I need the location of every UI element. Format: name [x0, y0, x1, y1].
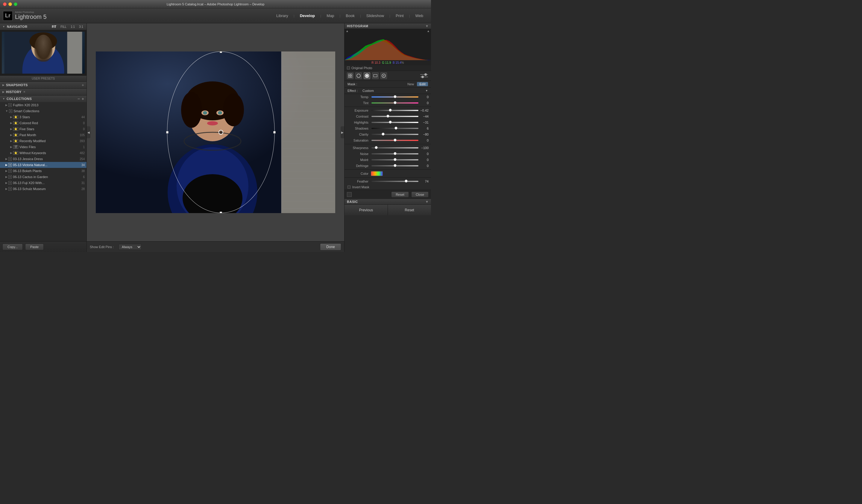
tint-track[interactable]	[371, 102, 418, 104]
noise-thumb[interactable]	[394, 152, 396, 155]
collection-jessica-arrow[interactable]: ▶	[5, 157, 8, 160]
collection-video-files-arrow[interactable]: ▶	[10, 145, 12, 148]
nav-web[interactable]: Web	[410, 9, 428, 23]
saturation-thumb[interactable]	[394, 138, 396, 142]
collection-past-month-arrow[interactable]: ▶	[10, 133, 12, 136]
paste-button[interactable]: Paste	[25, 243, 44, 250]
moire-thumb[interactable]	[394, 158, 396, 161]
right-panel-collapse-arrow[interactable]: ▶	[341, 126, 344, 138]
collections-header[interactable]: ▼ Collections − +	[0, 95, 87, 102]
original-photo-checkbox[interactable]	[347, 66, 350, 69]
collections-add-button[interactable]: +	[82, 96, 84, 101]
feather-thumb[interactable]	[405, 180, 408, 183]
collection-colored-red-arrow[interactable]: ▶	[10, 121, 12, 124]
nav-develop[interactable]: Develop	[295, 9, 320, 23]
collection-without-keywords[interactable]: ▶ ⭐ Without Keywords 482	[0, 150, 87, 156]
history-header[interactable]: ▶ History ×	[0, 89, 87, 95]
temp-track[interactable]	[371, 96, 418, 97]
collection-colored-red[interactable]: ▶ ⭐ Colored Red 0	[0, 120, 87, 126]
collection-past-month[interactable]: ▶ ⭐ Past Month 105	[0, 132, 87, 138]
nav-map[interactable]: Map	[322, 9, 339, 23]
exposure-track[interactable]	[371, 110, 418, 111]
nav-book[interactable]: Book	[341, 9, 360, 23]
shadows-thumb[interactable]	[394, 127, 397, 130]
contrast-track[interactable]	[371, 116, 418, 117]
circle-tool-button[interactable]	[355, 72, 362, 79]
basic-dropdown-icon[interactable]: ▼	[425, 200, 429, 203]
tint-thumb[interactable]	[394, 101, 396, 104]
collection-five-stars[interactable]: ▶ ⭐ Five Stars 0	[0, 126, 87, 132]
collection-fuji-x20-arrow[interactable]: ▶	[5, 181, 8, 184]
snapshots-header[interactable]: ▶ Snapshots +	[0, 82, 87, 88]
collection-fuji-x20[interactable]: ▶ ≡ 06-13 Fuji X20 With... 31	[0, 180, 87, 186]
nav-thumbnail-image[interactable]	[2, 32, 85, 74]
previous-button[interactable]: Previous	[344, 205, 388, 215]
main-photo[interactable]	[96, 52, 335, 213]
feather-track[interactable]	[371, 181, 418, 182]
circle-dot-button[interactable]	[380, 72, 387, 79]
color-swatch[interactable]	[371, 171, 383, 176]
collection-smart-arrow[interactable]: ▼	[5, 109, 8, 112]
maximize-window-button[interactable]	[14, 2, 17, 6]
saturation-track[interactable]	[371, 140, 418, 141]
zoom-3-1-btn[interactable]: 3:1	[78, 25, 84, 29]
collection-five-stars-arrow[interactable]: ▶	[10, 128, 12, 131]
shadow-clip-indicator[interactable]: ▲	[346, 29, 349, 32]
sharpness-track[interactable]	[371, 147, 418, 148]
rectangle-tool-button[interactable]	[372, 72, 379, 79]
zoom-fill-btn[interactable]: FILL	[60, 25, 67, 29]
mask-edit-button[interactable]: Edit	[417, 82, 428, 86]
defringe-thumb[interactable]	[394, 164, 396, 167]
history-close-button[interactable]: ×	[23, 90, 25, 94]
nav-library[interactable]: Library	[272, 9, 293, 23]
collection-bokeh-arrow[interactable]: ▶	[5, 169, 8, 172]
collection-video-files[interactable]: ▶ 🎬 Video Files 1	[0, 144, 87, 150]
collection-fujifilm[interactable]: ▶ ≡ Fujifilm X20 2013	[0, 102, 87, 108]
zoom-1-1-btn[interactable]: 1:1	[70, 25, 76, 29]
collection-recently-modified[interactable]: ▶ ⭐ Recently Modified 393	[0, 138, 87, 144]
collection-without-keywords-arrow[interactable]: ▶	[10, 151, 12, 155]
histogram-dropdown-icon[interactable]: ▼	[425, 24, 429, 28]
contrast-thumb[interactable]	[387, 115, 389, 118]
clarity-track[interactable]	[371, 134, 418, 135]
nav-print[interactable]: Print	[391, 9, 408, 23]
exposure-thumb[interactable]	[389, 109, 392, 111]
collections-minus-button[interactable]: −	[78, 96, 80, 101]
collection-jessica-dress[interactable]: ▶ ≡ 03-13 Jessica Dress 254	[0, 156, 87, 162]
clarity-thumb[interactable]	[382, 133, 384, 136]
moire-track[interactable]	[371, 159, 418, 160]
highlight-clip-indicator[interactable]: ▲	[427, 29, 430, 32]
collection-cactus-garden[interactable]: ▶ ≡ 06-13 Cactus in Garden 6	[0, 174, 87, 180]
basic-section-header[interactable]: Basic ▼	[344, 199, 431, 204]
collection-schulz-arrow[interactable]: ▶	[5, 187, 8, 190]
noise-track[interactable]	[371, 153, 418, 155]
collection-victoria-natural[interactable]: ▶ ≡ 05-13 Victoria Natural... 34	[0, 162, 87, 168]
defringe-track[interactable]	[371, 165, 418, 167]
collection-bokeh-plants[interactable]: ▶ ≡ 06-13 Bokeh Plants 38	[0, 168, 87, 174]
nav-slideshow[interactable]: Slideshow	[362, 9, 389, 23]
image-canvas[interactable]: ◀ ▶	[87, 23, 344, 241]
temp-thumb[interactable]	[394, 95, 396, 98]
zoom-fit-btn[interactable]: FIT	[51, 25, 57, 29]
collection-cactus-arrow[interactable]: ▶	[5, 175, 8, 178]
filled-circle-button[interactable]	[364, 72, 370, 79]
close-window-button[interactable]	[3, 2, 6, 6]
collection-schulz-museum[interactable]: ▶ ≡ 06-13 Schulz Museum 28	[0, 186, 87, 192]
collection-fujifilm-arrow[interactable]: ▶	[5, 104, 8, 107]
mask-new-button[interactable]: New	[407, 82, 414, 86]
show-edit-pins-select[interactable]: Always Selected Never	[118, 244, 142, 250]
collection-victoria-arrow[interactable]: ▶	[5, 163, 8, 167]
snapshots-add-button[interactable]: +	[82, 83, 84, 88]
copy-button[interactable]: Copy...	[2, 243, 23, 250]
navigator-header[interactable]: ▼ Navigator FIT FILL 1:1 3:1	[0, 23, 87, 30]
left-panel-collapse-arrow[interactable]: ◀	[87, 126, 90, 138]
sharpness-thumb[interactable]	[375, 146, 378, 149]
done-button[interactable]: Done	[320, 243, 341, 251]
effect-dropdown-button[interactable]: ▼	[425, 89, 428, 92]
shadows-track[interactable]	[371, 128, 418, 129]
collection-3stars-arrow[interactable]: ▶	[10, 116, 12, 119]
highlights-track[interactable]	[371, 122, 418, 123]
collection-recently-modified-arrow[interactable]: ▶	[10, 140, 12, 143]
invert-mask-checkbox[interactable]	[348, 186, 351, 188]
reset-button[interactable]: Reset	[388, 205, 431, 215]
